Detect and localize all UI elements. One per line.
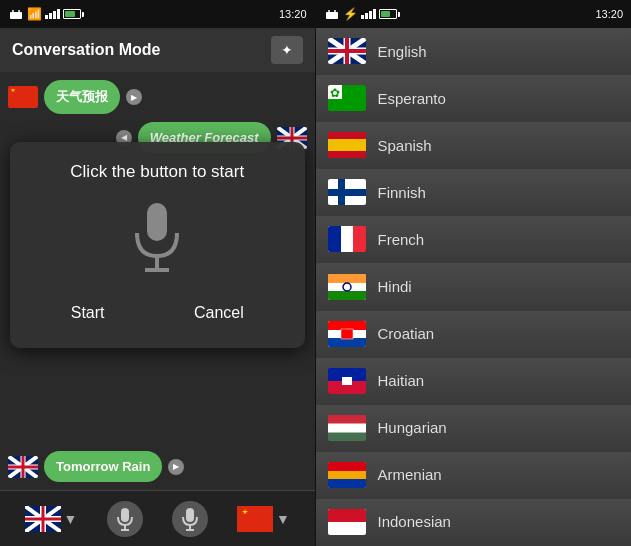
right-status-icons: ⚡ xyxy=(324,7,397,21)
svg-rect-32 xyxy=(186,508,194,522)
bubble-cn: 天气预报 xyxy=(44,80,120,114)
lang-name-haitian: Haitian xyxy=(378,372,425,389)
microphone-svg xyxy=(127,198,187,278)
flag-id xyxy=(328,509,366,535)
mic-icon-large xyxy=(127,198,187,278)
svg-rect-64 xyxy=(328,338,366,347)
svg-rect-71 xyxy=(328,423,366,432)
svg-rect-63 xyxy=(328,321,366,330)
svg-point-2 xyxy=(18,10,20,12)
android-icon-right xyxy=(324,8,340,20)
wifi-icon-left: 📶 xyxy=(27,7,42,21)
language-list: English ✿ Esperanto Spanish xyxy=(316,28,632,546)
bottom-flag-uk-svg xyxy=(25,506,61,532)
lang-item-finnish[interactable]: Finnish xyxy=(316,169,632,216)
svg-rect-54 xyxy=(338,179,345,205)
svg-rect-59 xyxy=(328,274,366,283)
dialog-buttons: Start Cancel xyxy=(26,294,289,332)
bottom-mic-right[interactable] xyxy=(172,501,208,537)
bottom-flag-cn-svg xyxy=(237,506,273,532)
dropdown-arrow-left[interactable]: ▼ xyxy=(64,511,78,527)
signal-bars-left xyxy=(45,9,60,19)
lang-item-english[interactable]: English xyxy=(316,28,632,75)
flag-am xyxy=(328,462,366,488)
svg-rect-3 xyxy=(8,86,38,108)
lang-item-esperanto[interactable]: ✿ Esperanto xyxy=(316,75,632,122)
svg-point-38 xyxy=(328,10,330,12)
svg-point-39 xyxy=(334,10,336,12)
svg-text:✿: ✿ xyxy=(330,86,340,100)
svg-rect-51 xyxy=(328,139,366,151)
flag-uk-en xyxy=(328,38,366,64)
svg-rect-70 xyxy=(328,415,366,424)
lang-name-esperanto: Esperanto xyxy=(378,90,446,107)
arrow-right-3[interactable]: ▶ xyxy=(168,459,184,475)
signal-bars-right xyxy=(361,9,376,19)
flag-uk-2 xyxy=(8,456,38,478)
time-right: 13:20 xyxy=(595,8,623,20)
lang-name-armenian: Armenian xyxy=(378,466,442,483)
arrow-right-1[interactable]: ▶ xyxy=(126,89,142,105)
svg-rect-60 xyxy=(328,291,366,300)
flag-fr xyxy=(328,226,366,252)
flag-fi xyxy=(328,179,366,205)
svg-rect-73 xyxy=(328,462,366,471)
bottom-mic-icon xyxy=(116,507,134,531)
title-bar: Conversation Mode ✦ xyxy=(0,28,315,72)
lang-item-french[interactable]: French xyxy=(316,216,632,263)
flag-ht xyxy=(328,368,366,394)
svg-rect-37 xyxy=(326,12,338,19)
svg-rect-65 xyxy=(341,329,353,339)
svg-rect-35 xyxy=(237,506,273,532)
flag-es xyxy=(328,132,366,158)
battery-icon-left xyxy=(63,9,81,19)
flag-hu xyxy=(328,415,366,441)
flag-in xyxy=(328,274,366,300)
svg-rect-12 xyxy=(147,203,167,241)
svg-rect-76 xyxy=(328,509,366,522)
svg-rect-57 xyxy=(328,226,341,252)
bottom-mic-left[interactable] xyxy=(107,501,143,537)
android-icon xyxy=(8,8,24,20)
dropdown-arrow-right[interactable]: ▼ xyxy=(276,511,290,527)
lang-name-indonesian: Indonesian xyxy=(378,513,451,530)
usb-icon: ⚡ xyxy=(343,7,358,21)
svg-rect-74 xyxy=(328,479,366,488)
flag-cn-1 xyxy=(8,86,38,108)
bottom-flag-cn[interactable]: ▼ xyxy=(237,506,290,532)
wand-button[interactable]: ✦ xyxy=(271,36,303,64)
svg-rect-68 xyxy=(342,377,352,385)
lang-item-haitian[interactable]: Haitian xyxy=(316,358,632,405)
lang-item-spanish[interactable]: Spanish xyxy=(316,122,632,169)
voice-dialog: Click the button to start Start Cancel xyxy=(10,142,305,348)
bottom-flag-uk[interactable]: ▼ xyxy=(25,506,78,532)
lang-item-hindi[interactable]: Hindi xyxy=(316,263,632,310)
svg-rect-29 xyxy=(121,508,129,522)
flag-eo: ✿ xyxy=(328,85,366,111)
lang-name-hindi: Hindi xyxy=(378,278,412,295)
chat-row-1: 天气预报 ▶ xyxy=(8,80,307,114)
lang-item-croatian[interactable]: Croatian xyxy=(316,311,632,358)
lang-name-finnish: Finnish xyxy=(378,184,426,201)
chat-row-3: Tomorrow Rain ▶ xyxy=(8,451,307,482)
start-button[interactable]: Start xyxy=(39,294,137,332)
battery-icon-right xyxy=(379,9,397,19)
lang-item-armenian[interactable]: Armenian xyxy=(316,452,632,499)
left-status-icons: 📶 xyxy=(8,7,81,21)
lang-name-hungarian: Hungarian xyxy=(378,419,447,436)
bubble-tomorrow-rain: Tomorrow Rain xyxy=(44,451,162,482)
lang-item-hungarian[interactable]: Hungarian xyxy=(316,405,632,452)
lang-name-english: English xyxy=(378,43,427,60)
status-bar-left: 📶 13:20 xyxy=(0,0,315,28)
lang-item-indonesian[interactable]: Indonesian xyxy=(316,499,632,546)
bottom-mic-icon-2 xyxy=(181,507,199,531)
lang-name-croatian: Croatian xyxy=(378,325,435,342)
right-panel: ⚡ 13:20 Englis xyxy=(316,0,632,546)
dialog-text: Click the button to start xyxy=(70,162,244,182)
time-left: 13:20 xyxy=(279,8,307,20)
svg-rect-0 xyxy=(10,12,22,19)
lang-name-french: French xyxy=(378,231,425,248)
app-title: Conversation Mode xyxy=(12,41,160,59)
svg-point-1 xyxy=(12,10,14,12)
cancel-button[interactable]: Cancel xyxy=(162,294,276,332)
